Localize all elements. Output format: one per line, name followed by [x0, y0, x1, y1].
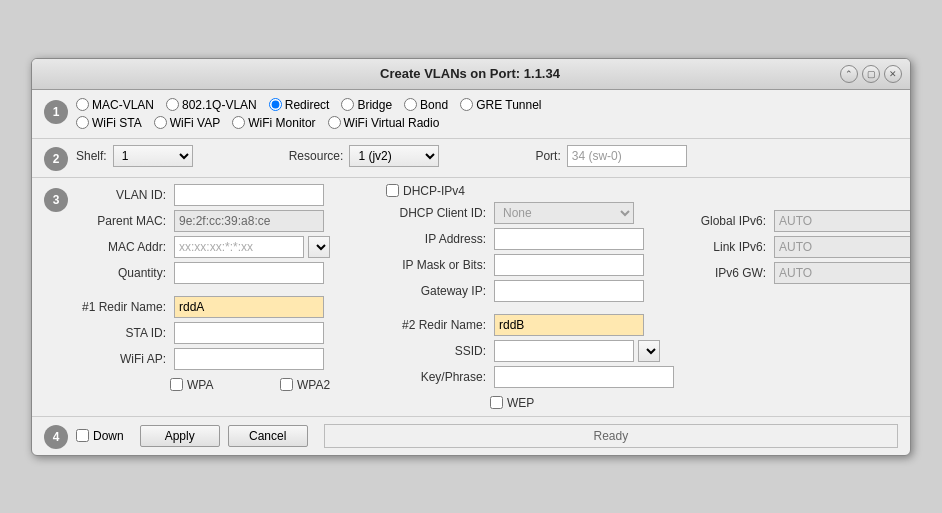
cancel-button[interactable]: Cancel — [228, 425, 308, 447]
redir1-label: #1 Redir Name: — [76, 300, 166, 314]
dhcp-checkbox[interactable] — [386, 184, 399, 197]
minimize-button[interactable]: ⌃ — [840, 65, 858, 83]
radio-mac-vlan[interactable]: MAC-VLAN — [76, 98, 154, 112]
wpa2-label: WPA2 — [297, 378, 330, 392]
wep-checkbox-label[interactable]: WEP — [490, 396, 580, 410]
link-ipv6-row: Link IPv6: — [686, 236, 911, 258]
section-3-content: VLAN ID: Parent MAC: MAC Addr: Quantity: — [76, 184, 911, 410]
section-4: 4 Down Apply Cancel Ready — [32, 416, 910, 455]
section-2-content: Shelf: 1 Resource: 1 (jv2) Port: — [76, 145, 898, 167]
ip-address-label: IP Address: — [386, 232, 486, 246]
mac-addr-label: MAC Addr: — [76, 240, 166, 254]
ip-mask-label: IP Mask or Bits: — [386, 258, 486, 272]
redir1-input[interactable] — [174, 296, 324, 318]
radio-label-mac-vlan: MAC-VLAN — [92, 98, 154, 112]
vlan-id-input[interactable] — [174, 184, 324, 206]
link-ipv6-label: Link IPv6: — [686, 240, 766, 254]
sta-id-input[interactable] — [174, 322, 324, 344]
radio-bond[interactable]: Bond — [404, 98, 448, 112]
gateway-ip-input[interactable] — [494, 280, 644, 302]
down-checkbox-label[interactable]: Down — [76, 429, 124, 443]
wpa2-checkbox-label[interactable]: WPA2 — [280, 378, 370, 392]
close-button[interactable]: ✕ — [884, 65, 902, 83]
redir2-row: #2 Redir Name: — [386, 314, 676, 336]
maximize-button[interactable]: ▢ — [862, 65, 880, 83]
radio-input-wifi-vr[interactable] — [328, 116, 341, 129]
wpa-checkbox[interactable] — [170, 378, 183, 391]
radio-wifi-vr[interactable]: WiFi Virtual Radio — [328, 116, 440, 130]
global-ipv6-input[interactable] — [774, 210, 911, 232]
section-3: 3 VLAN ID: Parent MAC: MAC Addr: — [32, 178, 910, 416]
port-group: Port: — [535, 145, 686, 167]
keyphrase-label: Key/Phrase: — [386, 370, 486, 384]
port-input — [567, 145, 687, 167]
ssid-label: SSID: — [386, 344, 486, 358]
dhcp-client-id-select[interactable]: None — [494, 202, 634, 224]
dhcp-label: DHCP-IPv4 — [403, 184, 465, 198]
redir1-row: #1 Redir Name: — [76, 296, 376, 318]
radio-input-bridge[interactable] — [341, 98, 354, 111]
wep-checkbox[interactable] — [490, 396, 503, 409]
quantity-input[interactable] — [174, 262, 324, 284]
ipv6-gw-input[interactable] — [774, 262, 911, 284]
gateway-ip-label: Gateway IP: — [386, 284, 486, 298]
parent-mac-input — [174, 210, 324, 232]
radio-wifi-vap[interactable]: WiFi VAP — [154, 116, 220, 130]
resource-select[interactable]: 1 (jv2) — [349, 145, 439, 167]
mac-addr-select[interactable] — [308, 236, 330, 258]
radio-bridge[interactable]: Bridge — [341, 98, 392, 112]
ip-address-row: IP Address: — [386, 228, 676, 250]
keyphrase-input[interactable] — [494, 366, 674, 388]
mac-addr-input[interactable] — [174, 236, 304, 258]
radio-wifi-monitor[interactable]: WiFi Monitor — [232, 116, 315, 130]
radio-input-redirect[interactable] — [269, 98, 282, 111]
quantity-row: Quantity: — [76, 262, 376, 284]
radio-input-wifi-vap[interactable] — [154, 116, 167, 129]
ipv6-gw-label: IPv6 GW: — [686, 266, 766, 280]
shelf-select[interactable]: 1 — [113, 145, 193, 167]
ssid-select[interactable] — [638, 340, 660, 362]
radio-input-8021q[interactable] — [166, 98, 179, 111]
radio-input-wifi-monitor[interactable] — [232, 116, 245, 129]
radio-input-bond[interactable] — [404, 98, 417, 111]
port-label: Port: — [535, 149, 560, 163]
gateway-ip-row: Gateway IP: — [386, 280, 676, 302]
link-ipv6-input[interactable] — [774, 236, 911, 258]
window-title: Create VLANs on Port: 1.1.34 — [100, 66, 840, 81]
section-1-content: MAC-VLAN 802.1Q-VLAN Redirect Bridge Bon… — [76, 98, 898, 130]
radio-gre[interactable]: GRE Tunnel — [460, 98, 541, 112]
global-ipv6-row: Global IPv6: — [686, 210, 911, 232]
section-num-2: 2 — [44, 147, 68, 171]
wpa2-checkbox[interactable] — [280, 378, 293, 391]
radio-wifi-sta[interactable]: WiFi STA — [76, 116, 142, 130]
wifi-ap-input[interactable] — [174, 348, 324, 370]
ssid-input[interactable] — [494, 340, 634, 362]
radio-input-wifi-sta[interactable] — [76, 116, 89, 129]
radio-redirect[interactable]: Redirect — [269, 98, 330, 112]
redir2-label: #2 Redir Name: — [386, 318, 486, 332]
wpa-checkbox-label[interactable]: WPA — [170, 378, 260, 392]
apply-button[interactable]: Apply — [140, 425, 220, 447]
ip-mask-row: IP Mask or Bits: — [386, 254, 676, 276]
section-1: 1 MAC-VLAN 802.1Q-VLAN Redirect Bridge — [32, 90, 910, 139]
ipv6-gw-row: IPv6 GW: — [686, 262, 911, 284]
dhcp-checkbox-label[interactable]: DHCP-IPv4 — [386, 184, 476, 198]
col-left: VLAN ID: Parent MAC: MAC Addr: Quantity: — [76, 184, 376, 410]
ip-mask-input[interactable] — [494, 254, 644, 276]
sta-id-label: STA ID: — [76, 326, 166, 340]
parent-mac-row: Parent MAC: — [76, 210, 376, 232]
ip-address-input[interactable] — [494, 228, 644, 250]
keyphrase-row: Key/Phrase: — [386, 366, 676, 388]
col-mid: DHCP-IPv4 DHCP Client ID: None IP Addres… — [376, 184, 676, 410]
radio-row-1: MAC-VLAN 802.1Q-VLAN Redirect Bridge Bon… — [76, 98, 898, 112]
radio-label-bond: Bond — [420, 98, 448, 112]
titlebar: Create VLANs on Port: 1.1.34 ⌃ ▢ ✕ — [32, 59, 910, 90]
radio-label-wifi-sta: WiFi STA — [92, 116, 142, 130]
radio-8021q[interactable]: 802.1Q-VLAN — [166, 98, 257, 112]
dhcp-client-id-row: DHCP Client ID: None — [386, 202, 676, 224]
redir2-input[interactable] — [494, 314, 644, 336]
radio-input-mac-vlan[interactable] — [76, 98, 89, 111]
resource-group: Resource: 1 (jv2) — [289, 145, 440, 167]
radio-input-gre[interactable] — [460, 98, 473, 111]
down-checkbox[interactable] — [76, 429, 89, 442]
